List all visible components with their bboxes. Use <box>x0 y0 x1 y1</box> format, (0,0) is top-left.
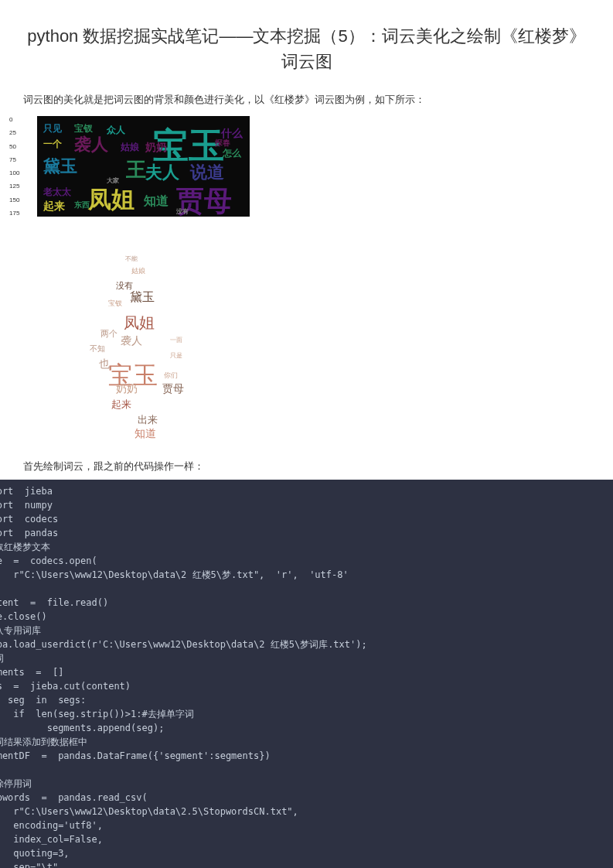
code-block: import jieba import numpy import codecs … <box>0 480 613 868</box>
wordcloud-1-dark: 宝玉贾母凤姐说道夫人王黛玉袭人知道起来老太太奶奶什么怎么宝钗众人姑娘只见一个东西… <box>37 116 250 217</box>
axis-tick: 175 <box>9 210 19 217</box>
wordcloud-word: 怎么 <box>223 147 241 160</box>
wordcloud-word: 袭人 <box>121 334 142 348</box>
wordcloud-word: 也 <box>99 357 110 371</box>
wordcloud-word: 不能 <box>125 255 138 263</box>
wordcloud-word: 没有 <box>116 280 133 292</box>
wordcloud-word: 起来 <box>111 398 131 412</box>
wordcloud-word: 奶奶 <box>116 382 138 396</box>
wordcloud-word: 宝钗 <box>74 122 93 135</box>
wordcloud-word: 只见 <box>43 122 62 135</box>
wordcloud-word: 东西 <box>74 200 90 210</box>
wordcloud-word: 凤姐 <box>124 313 155 333</box>
intro-text: 词云图的美化就是把词云图的背景和颜色进行美化，以《红楼梦》词云图为例，如下所示： <box>23 93 590 107</box>
page-title: python 数据挖掘实战笔记——文本挖掘（5）：词云美化之绘制《红楼梦》词云图 <box>23 23 590 74</box>
wordcloud-word: 奶奶 <box>145 141 167 155</box>
axis-tick: 50 <box>9 143 19 150</box>
axis-tick: 150 <box>9 196 19 203</box>
axis-tick: 100 <box>9 169 19 176</box>
wordcloud-word: 姑娘 <box>131 266 145 276</box>
wordcloud-word: 起来 <box>43 200 65 214</box>
wordcloud-word: 一个 <box>43 138 62 151</box>
wordcloud-1-figure: 0255075100125150175 宝玉贾母凤姐说道夫人王黛玉袭人知道起来老… <box>23 116 590 220</box>
wordcloud-word: 大家 <box>107 176 119 185</box>
wordcloud-word: 探春 <box>215 138 230 149</box>
wordcloud-word: 一面 <box>170 336 182 344</box>
wordcloud-word: 宝钗 <box>108 299 122 309</box>
axis-tick: 0 <box>9 116 19 123</box>
wordcloud-word: 凤姐 <box>88 184 135 216</box>
wordcloud-word: 王 <box>126 156 146 183</box>
wordcloud-word: 说道 <box>190 161 224 184</box>
axis-tick: 125 <box>9 183 19 190</box>
wordcloud-word: 姑娘 <box>121 141 139 154</box>
wordcloud-word: 只是 <box>170 351 182 360</box>
wordcloud-word: 黛玉 <box>43 155 77 178</box>
wordcloud-word: 夫人 <box>145 161 179 184</box>
wordcloud-2-shape: 宝玉凤姐黛玉贾母奶奶起来知道出来袭人两个没有不知姑娘你们只是不能宝钗一面也 <box>77 243 232 444</box>
wordcloud-word: 不知 <box>90 343 105 354</box>
wordcloud-word: 知道 <box>135 427 156 441</box>
wordcloud-1-y-axis: 0255075100125150175 <box>9 116 19 217</box>
wordcloud-word: 两个 <box>100 328 117 340</box>
wordcloud-word: 袭人 <box>74 133 108 156</box>
axis-tick: 25 <box>9 129 19 136</box>
section-text: 首先绘制词云，跟之前的代码操作一样： <box>23 460 590 473</box>
wordcloud-word: 知道 <box>144 193 169 210</box>
wordcloud-word: 黛玉 <box>130 289 155 306</box>
wordcloud-word: 没有 <box>176 207 189 216</box>
wordcloud-word: 出来 <box>138 413 158 427</box>
wordcloud-word: 老太太 <box>43 186 71 199</box>
wordcloud-word: 贾母 <box>162 382 184 396</box>
axis-tick: 75 <box>9 156 19 163</box>
wordcloud-word: 众人 <box>107 124 125 137</box>
wordcloud-word: 你们 <box>164 371 178 381</box>
